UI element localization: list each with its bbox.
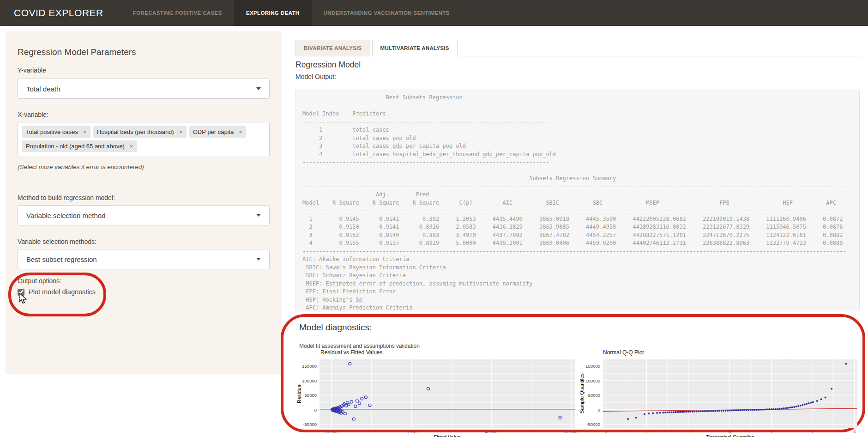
x-variable-label: X-variable: xyxy=(18,111,48,118)
x-tick-label: -2 xyxy=(635,429,658,434)
chevron-down-icon xyxy=(256,214,261,217)
diagnostics-heading: Model diagnostics: xyxy=(299,322,372,333)
chevron-down-icon xyxy=(256,258,261,261)
y-tick-label: 150000 xyxy=(300,364,317,369)
y-tick-label: -50000 xyxy=(584,422,600,427)
page-title: Regression Model xyxy=(295,60,361,70)
y-tick-label: 50000 xyxy=(300,393,317,398)
variables-hint-note: (Select more variables if error is encou… xyxy=(18,164,144,170)
x-tick-label: 0 xyxy=(718,429,741,434)
x-variable-tag: GDP per capita × xyxy=(189,126,247,138)
analysis-tabbar: BIVARIATE ANALYSIS MULTIVARIATE ANALYSIS xyxy=(295,39,862,56)
x-tick-label: 1 xyxy=(760,429,783,434)
y-tick-label: 100000 xyxy=(300,378,317,383)
selection-methods-label: Variable selection methods: xyxy=(18,238,96,245)
app-brand: COVID EXPLORER xyxy=(0,0,121,26)
selection-method-select[interactable]: Best subset regression xyxy=(18,249,270,269)
x-axis-label: Fitted Value xyxy=(319,434,575,437)
regression-parameters-panel: Regression Model Parameters Y-variable T… xyxy=(6,31,282,374)
x-tick-label: 2e+05 xyxy=(400,429,423,434)
x-variable-tag: Population - old (aged 65 and above) × xyxy=(22,140,137,152)
model-output-label: Model Output: xyxy=(295,73,336,80)
x-variable-tag: Total positive cases × xyxy=(22,126,90,138)
plot-title: Normal Q-Q Plot xyxy=(603,349,644,356)
x-axis-label: Theoretical Quantiles xyxy=(603,434,857,437)
remove-tag-icon[interactable]: × xyxy=(179,129,182,135)
plot-panel xyxy=(319,359,575,428)
nav-item-forecasting-positive-cases[interactable]: FORECASTING POSITIVE CASES xyxy=(121,0,234,26)
tab-multivariate-analysis[interactable]: MULTIVARIATE ANALYSIS xyxy=(372,40,458,56)
x-variable-multiselect[interactable]: Total positive cases × Hospital beds (pe… xyxy=(18,122,270,157)
diagnostics-subtitle: Model fit assessment and assumptions val… xyxy=(299,343,420,349)
x-tick-label: 2 xyxy=(802,429,825,434)
y-tick-label: -50000 xyxy=(300,422,317,427)
remove-tag-icon[interactable]: × xyxy=(130,143,133,150)
y-variable-select[interactable]: Total death xyxy=(18,79,270,99)
nav-item-exploring-death[interactable]: EXPLORING DEATH xyxy=(234,0,312,26)
top-navbar: COVID EXPLORER FORECASTING POSITIVE CASE… xyxy=(0,0,868,26)
selection-method-value: Best subset regression xyxy=(26,255,256,263)
residual-vs-fitted-plot: Residual vs Fitted Values Residual Fitte… xyxy=(295,349,582,437)
x-tick-label: 3 xyxy=(843,429,866,434)
remove-tag-icon[interactable]: × xyxy=(239,129,242,135)
y-tick-label: 50000 xyxy=(584,393,600,398)
panel-title: Regression Model Parameters xyxy=(18,47,136,57)
y-tick-label: 100000 xyxy=(584,378,600,383)
plot-panel xyxy=(603,359,857,428)
y-variable-label: Y-variable xyxy=(18,67,46,74)
tab-bivariate-analysis[interactable]: BIVARIATE ANALYSIS xyxy=(295,40,370,56)
remove-tag-icon[interactable]: × xyxy=(83,129,86,135)
plot-diagnostics-label[interactable]: Plot model diagnostics xyxy=(29,288,96,296)
y-tick-label: 150000 xyxy=(584,364,600,369)
nav-item-vaccination-sentiments[interactable]: UNDERSTANDING VACCINATION SENTIMENTS xyxy=(312,0,462,26)
plot-title: Residual vs Fitted Values xyxy=(320,349,383,356)
x-tick-label: -3 xyxy=(594,429,617,434)
x-tick-label: 4e+05 xyxy=(480,429,503,434)
output-options-label: Output options: xyxy=(18,277,61,285)
method-select[interactable]: Variable selection method xyxy=(18,205,270,225)
x-tick-label: -1 xyxy=(677,429,700,434)
chevron-down-icon xyxy=(256,87,261,90)
normal-qq-plot: Normal Q-Q Plot Sample Quantiles Theoret… xyxy=(578,349,864,437)
plot-diagnostics-checkbox[interactable] xyxy=(18,289,24,296)
x-tick-label: 0e+00 xyxy=(320,429,343,434)
model-output-console: Best Subsets Regression ----------------… xyxy=(295,89,860,311)
y-variable-value: Total death xyxy=(26,85,256,93)
method-value: Variable selection method xyxy=(26,212,256,219)
x-variable-tag: Hospital beds (per thousand) × xyxy=(93,126,187,138)
y-tick-label: 0 xyxy=(300,407,317,413)
method-label: Method to build regression model: xyxy=(18,194,115,201)
y-tick-label: 0 xyxy=(584,407,600,413)
